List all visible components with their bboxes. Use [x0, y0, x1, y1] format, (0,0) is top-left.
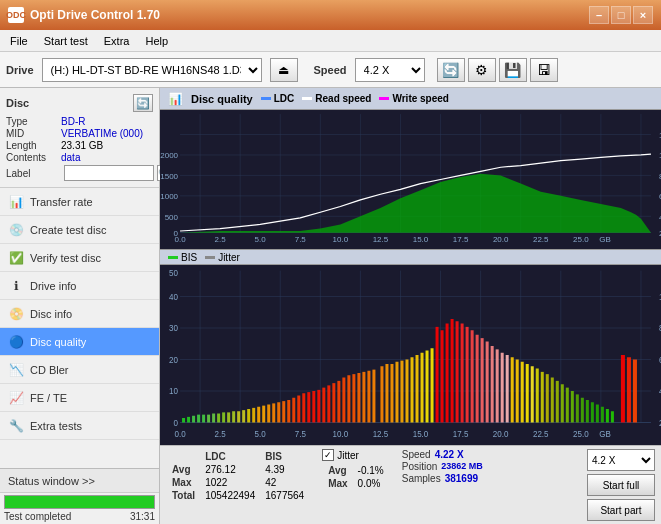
svg-rect-98	[312, 391, 315, 423]
position-label: Position	[402, 461, 438, 472]
read-speed-legend-label: Read speed	[315, 93, 371, 104]
sidebar-item-drive-info[interactable]: ℹ Drive info	[0, 272, 159, 300]
write-speed-legend-dot	[379, 97, 389, 100]
speed-select[interactable]: 4.2 X	[355, 58, 425, 82]
sidebar-item-disc-quality[interactable]: 🔵 Disc quality	[0, 328, 159, 356]
svg-rect-156	[606, 409, 609, 423]
transfer-rate-icon: 📊	[8, 194, 24, 210]
svg-rect-127	[461, 324, 464, 423]
read-speed-legend-dot	[302, 97, 312, 100]
save-icon[interactable]: 🖫	[530, 58, 558, 82]
sidebar-item-cd-bler[interactable]: 📉 CD Bler	[0, 356, 159, 384]
transfer-rate-label: Transfer rate	[30, 196, 93, 208]
svg-rect-72	[182, 418, 185, 423]
refresh-icon[interactable]: 🔄	[437, 58, 465, 82]
svg-rect-130	[476, 335, 479, 423]
svg-rect-90	[272, 403, 275, 422]
toolbar-icons: 🔄 ⚙ 💾 🖫	[437, 58, 558, 82]
speed-select-bottom[interactable]: 4.2 X	[587, 449, 655, 471]
svg-text:10.0: 10.0	[333, 429, 349, 440]
svg-text:7.5: 7.5	[295, 236, 306, 244]
disc-contents-row: Contents data	[6, 152, 153, 163]
disc-info-label: Disc info	[30, 308, 72, 320]
svg-rect-104	[342, 378, 345, 423]
svg-rect-133	[491, 346, 494, 423]
status-window-button[interactable]: Status window >>	[0, 469, 159, 493]
start-full-button[interactable]: Start full	[587, 474, 655, 496]
disc-image-icon[interactable]: 💾	[499, 58, 527, 82]
svg-rect-146	[556, 381, 559, 423]
position-value: 23862 MB	[441, 461, 483, 472]
svg-text:30: 30	[169, 323, 178, 334]
cd-bler-label: CD Bler	[30, 364, 69, 376]
chart-title-bar: 📊 Disc quality LDC Read speed Write spee…	[160, 88, 661, 110]
sidebar-item-verify-test-disc[interactable]: ✅ Verify test disc	[0, 244, 159, 272]
speed-label: Speed	[314, 64, 347, 76]
minimize-button[interactable]: –	[589, 6, 609, 24]
svg-text:10: 10	[169, 386, 178, 397]
sidebar-item-fe-te[interactable]: 📈 FE / TE	[0, 384, 159, 412]
disc-label-input[interactable]	[64, 165, 154, 181]
disc-quality-icon: 🔵	[8, 334, 24, 350]
maximize-button[interactable]: □	[611, 6, 631, 24]
drive-select[interactable]: (H:) HL-DT-ST BD-RE WH16NS48 1.D3	[42, 58, 262, 82]
settings-icon[interactable]: ⚙	[468, 58, 496, 82]
svg-rect-108	[362, 372, 365, 423]
svg-rect-160	[633, 360, 637, 423]
svg-text:2.5: 2.5	[215, 236, 226, 244]
sidebar-item-extra-tests[interactable]: 🔧 Extra tests	[0, 412, 159, 440]
svg-rect-76	[202, 415, 205, 423]
position-row: Position 23862 MB	[402, 461, 483, 472]
svg-text:12.5: 12.5	[373, 429, 389, 440]
extra-tests-label: Extra tests	[30, 420, 82, 432]
svg-text:5.0: 5.0	[255, 236, 266, 244]
progress-bar-container	[4, 495, 155, 509]
stats-bar: LDC BIS Avg 276.12 4.39 Max 1022 42 Tota…	[160, 445, 661, 524]
menu-help[interactable]: Help	[139, 33, 174, 49]
status-bar: Status window >> Test completed 31:31	[0, 468, 159, 524]
svg-text:50: 50	[169, 268, 178, 279]
svg-rect-92	[282, 401, 285, 422]
svg-text:12.5: 12.5	[373, 236, 389, 244]
svg-rect-140	[526, 364, 529, 423]
svg-rect-110	[372, 370, 375, 423]
drive-bar: Drive (H:) HL-DT-ST BD-RE WH16NS48 1.D3 …	[0, 52, 661, 88]
total-label: Total	[168, 490, 199, 501]
jitter-check-row: ✓ Jitter	[322, 449, 390, 461]
jitter-checkbox[interactable]: ✓	[322, 449, 334, 461]
main-layout: Disc 🔄 Type BD-R MID VERBATIMe (000) Len…	[0, 88, 661, 524]
svg-rect-150	[576, 394, 579, 422]
svg-rect-158	[621, 355, 625, 423]
jitter-legend-dot	[205, 256, 215, 259]
disc-refresh-icon[interactable]: 🔄	[133, 94, 153, 112]
svg-rect-74	[192, 416, 195, 423]
menu-extra[interactable]: Extra	[98, 33, 136, 49]
svg-rect-128	[466, 327, 469, 423]
disc-contents-label: Contents	[6, 152, 61, 163]
disc-length-label: Length	[6, 140, 61, 151]
jitter-avg-val: -0.1%	[354, 465, 388, 476]
sidebar-item-create-test-disc[interactable]: 💿 Create test disc	[0, 216, 159, 244]
svg-rect-145	[551, 378, 554, 423]
svg-rect-149	[571, 391, 574, 423]
sidebar-item-disc-info[interactable]: 📀 Disc info	[0, 300, 159, 328]
sidebar-item-transfer-rate[interactable]: 📊 Transfer rate	[0, 188, 159, 216]
svg-text:20.0: 20.0	[493, 429, 509, 440]
legend-write-speed: Write speed	[379, 93, 449, 104]
svg-rect-126	[456, 321, 459, 422]
speed-info: Speed 4.22 X Position 23862 MB Samples 3…	[402, 449, 483, 484]
close-button[interactable]: ×	[633, 6, 653, 24]
menu-start-test[interactable]: Start test	[38, 33, 94, 49]
lower-chart: 0 10 20 30 40 50 2% 4% 6% 8% 10%	[160, 265, 661, 445]
bis-header: BIS	[261, 451, 308, 462]
start-part-button[interactable]: Start part	[587, 499, 655, 521]
svg-rect-153	[591, 402, 594, 422]
svg-rect-93	[287, 400, 290, 423]
avg-bis: 4.39	[261, 464, 308, 475]
eject-button[interactable]: ⏏	[270, 58, 298, 82]
avg-ldc: 276.12	[201, 464, 259, 475]
menu-file[interactable]: File	[4, 33, 34, 49]
status-window-label: Status window >>	[8, 475, 95, 487]
stats-table: LDC BIS Avg 276.12 4.39 Max 1022 42 Tota…	[166, 449, 310, 503]
drive-info-label: Drive info	[30, 280, 76, 292]
